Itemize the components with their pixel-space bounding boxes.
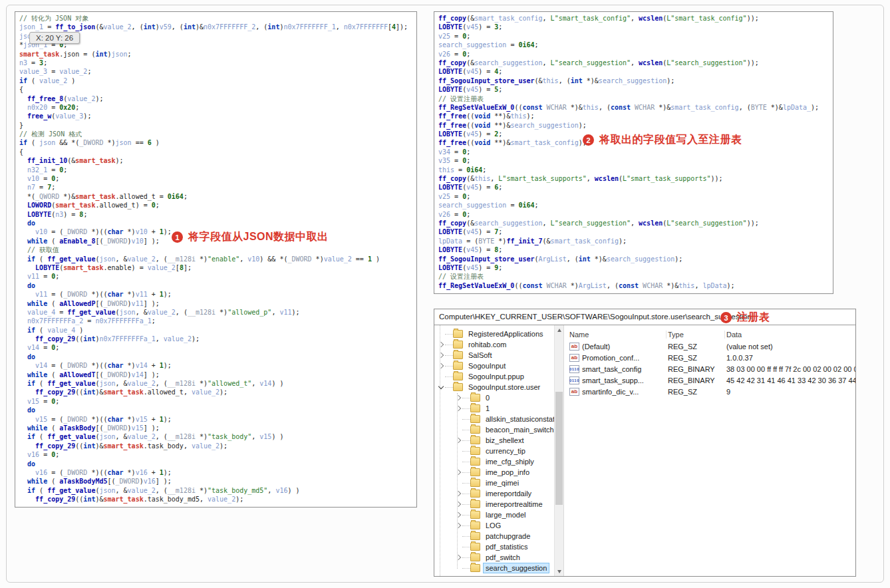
- registry-value-row[interactable]: ab(Default)REG_SZ(value not set): [569, 341, 855, 352]
- scroll-up-arrow-icon[interactable]: [555, 325, 563, 335]
- tree-item-SalSoft[interactable]: SalSoft: [434, 350, 554, 361]
- chevron-down-icon[interactable]: [437, 386, 445, 388]
- tree-item-label[interactable]: imereportdaily: [484, 489, 533, 498]
- tree-item-search_suggestion[interactable]: search_suggestion: [434, 563, 554, 573]
- tree-item-label[interactable]: rohitab.com: [466, 340, 508, 349]
- code-line: if ( value_2 ): [19, 76, 412, 85]
- tree-scrollbar[interactable]: [554, 325, 563, 576]
- code-line: ff_copy(&this, L"smart_task_supports", w…: [438, 174, 829, 183]
- tree-item-label[interactable]: currency_tip: [484, 446, 527, 456]
- chevron-right-icon[interactable]: [454, 470, 462, 474]
- registry-value-row[interactable]: absmartinfo_dic_v...REG_SZ9: [569, 386, 855, 397]
- scroll-down-arrow-icon[interactable]: [555, 567, 563, 576]
- tree-item-label[interactable]: biz_shellext: [484, 436, 525, 445]
- code-line: v14 = 0;: [19, 343, 412, 352]
- tree-item-label[interactable]: 0: [484, 393, 492, 402]
- code-line: // 设置注册表: [438, 94, 829, 103]
- tree-connector: [462, 483, 470, 484]
- chevron-right-icon[interactable]: [437, 353, 445, 357]
- tree-item-label[interactable]: pdf_statistics: [484, 542, 530, 551]
- tree-item-beacon_main_switch[interactable]: beacon_main_switch: [434, 424, 554, 435]
- pseudocode-view-right[interactable]: ff_copy(&smart_task_config, L"smart_task…: [434, 12, 833, 293]
- pseudocode-view-left[interactable]: // 转化为 JSON 对象json_1 = ff_to_json(&value…: [15, 12, 416, 507]
- tree-item-label[interactable]: patchupgrade: [484, 531, 532, 541]
- chevron-right-icon[interactable]: [454, 396, 462, 400]
- code-line: do: [19, 406, 412, 414]
- chevron-right-icon[interactable]: [454, 492, 462, 496]
- tree-item-RegisteredApplications[interactable]: RegisteredApplications: [434, 329, 554, 339]
- tree-item-pdf_switch[interactable]: pdf_switch: [434, 552, 554, 563]
- tree-item-label[interactable]: allskin_statusiconstatis: [484, 414, 554, 424]
- tree-item-label[interactable]: RegisteredApplications: [466, 329, 545, 339]
- chevron-right-icon[interactable]: [454, 523, 462, 527]
- registry-value-row[interactable]: 0110smart_task_configREG_BINARY38 03 00 …: [569, 363, 855, 374]
- tree-item-label[interactable]: imereportrealtime: [484, 500, 545, 509]
- tree-item-label[interactable]: SogouInput.store.user: [466, 382, 542, 392]
- tree-item-label[interactable]: ime_pop_info: [484, 468, 531, 477]
- annotation-3-text: 注册表: [737, 311, 770, 325]
- code-line: v15 = (_DWORD *)((char *)v15 + 1);: [19, 415, 412, 424]
- registry-key-tree: RegisteredApplicationsrohitab.comSalSoft…: [434, 325, 554, 576]
- tree-item-label[interactable]: beacon_main_switch: [484, 425, 554, 434]
- tree-item-LOG[interactable]: LOG: [434, 520, 554, 531]
- tree-item-label[interactable]: pdf_switch: [484, 553, 522, 562]
- tree-item-SogouInput.ppup[interactable]: SogouInput.ppup: [434, 371, 554, 382]
- tree-item-currency_tip[interactable]: currency_tip: [434, 446, 554, 456]
- tree-item-ime_qimei[interactable]: ime_qimei: [434, 478, 554, 488]
- tree-item-label[interactable]: large_model: [484, 510, 528, 519]
- tree-item-rohitab.com[interactable]: rohitab.com: [434, 339, 554, 350]
- tree-item-label[interactable]: SogouInput.ppup: [466, 372, 526, 381]
- tree-item-pdf_statistics[interactable]: pdf_statistics: [434, 541, 554, 552]
- tree-item-biz_shellext[interactable]: biz_shellext: [434, 435, 554, 446]
- registry-value-row[interactable]: abPromotion_conf...REG_SZ1.0.0.37: [569, 352, 855, 363]
- tree-item-ime_pop_info[interactable]: ime_pop_info: [434, 467, 554, 478]
- tree-item-SogouInput.store.user[interactable]: SogouInput.store.user: [434, 382, 554, 392]
- column-header-name[interactable]: Name: [569, 331, 667, 339]
- chevron-right-icon[interactable]: [437, 364, 445, 368]
- column-header-type[interactable]: Type: [667, 331, 725, 339]
- tree-item-ime_cfg_shiply[interactable]: ime_cfg_shiply: [434, 456, 554, 467]
- tree-item-imereportdaily[interactable]: imereportdaily: [434, 488, 554, 499]
- chevron-right-icon[interactable]: [454, 438, 462, 442]
- tree-connector: [445, 376, 453, 377]
- column-header-data[interactable]: Data: [725, 331, 855, 339]
- value-data: (value not set): [725, 343, 855, 351]
- tree-item-0[interactable]: 0: [434, 392, 554, 403]
- code-line: n0x7FFFFFFFa_2 = n0x7FFFFFFFa_1;: [19, 317, 412, 325]
- tree-item-label[interactable]: search_suggestion: [484, 563, 549, 573]
- registry-value-row[interactable]: 0110smart_task_supp...REG_BINARY45 42 42…: [569, 374, 855, 386]
- annotation-1-text: 将字段值从JSON数据中取出: [188, 230, 329, 244]
- tree-connector: [462, 547, 470, 547]
- code-line: ff_copy_29((int)&smart_task.task_body_md…: [19, 495, 412, 504]
- code-line: // 设置注册表: [438, 272, 829, 281]
- value-name: smart_task_supp...: [582, 376, 644, 384]
- tree-item-imereportrealtime[interactable]: imereportrealtime: [434, 499, 554, 510]
- tree-item-label[interactable]: ime_qimei: [484, 478, 521, 488]
- tree-item-label[interactable]: LOG: [484, 521, 503, 530]
- value-data: 9: [725, 388, 855, 396]
- tree-item-allskin_statusiconstatis[interactable]: allskin_statusiconstatis: [434, 414, 554, 424]
- code-line: ff_init_10(&smart_task);: [19, 156, 412, 165]
- code-line: n3 = 3;: [19, 59, 412, 67]
- chevron-right-icon[interactable]: [437, 343, 445, 347]
- chevron-right-icon[interactable]: [454, 406, 462, 410]
- tree-item-label[interactable]: SalSoft: [466, 351, 494, 360]
- tree-item-label[interactable]: ime_cfg_shiply: [484, 457, 536, 466]
- registry-address-bar[interactable]: Computer\HKEY_CURRENT_USER\SOFTWARE\Sogo…: [434, 309, 855, 325]
- code-line: ff_copy(&search_suggestion, L"search_sug…: [438, 59, 829, 67]
- folder-icon: [470, 553, 480, 561]
- tree-item-patchupgrade[interactable]: patchupgrade: [434, 531, 554, 541]
- chevron-right-icon[interactable]: [454, 555, 462, 559]
- chevron-right-icon[interactable]: [454, 513, 462, 517]
- tree-item-1[interactable]: 1: [434, 403, 554, 414]
- tree-item-SogouInput[interactable]: SogouInput: [434, 361, 554, 371]
- code-line: LOBYTE(v45) = 3;: [438, 23, 829, 31]
- tree-item-large_model[interactable]: large_model: [434, 510, 554, 520]
- value-name: Promotion_conf...: [582, 354, 639, 362]
- code-line: v11 = (_DWORD *)((char *)v11 + 1);: [19, 290, 412, 299]
- scrollbar-thumb[interactable]: [555, 392, 563, 505]
- chevron-right-icon[interactable]: [454, 502, 462, 506]
- tree-item-label[interactable]: SogouInput: [466, 361, 508, 370]
- annotation-3: 3 注册表: [720, 311, 770, 325]
- tree-item-label[interactable]: 1: [484, 404, 492, 413]
